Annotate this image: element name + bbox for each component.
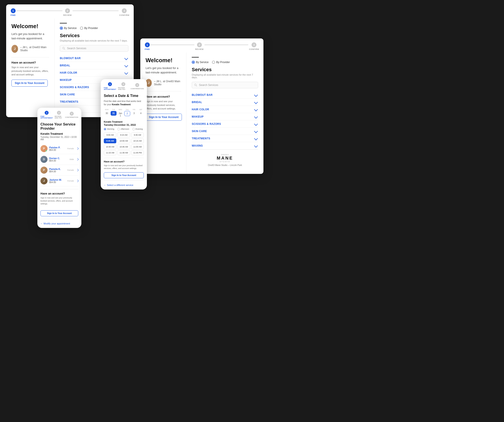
welcome-subtitle-r: Let's get you booked for a last-minute a… xyxy=(146,66,181,75)
time-slot[interactable]: 11:15 AM xyxy=(104,150,116,155)
cal-day-label: SAT xyxy=(138,109,144,110)
calendar-day[interactable]: FRI 3 xyxy=(131,109,137,118)
time-slot[interactable]: 9:45 AM xyxy=(104,138,116,143)
logo-location-r: One83 Mane Studio – Lincoln Park xyxy=(192,164,258,166)
service-row[interactable]: SKIN CARE xyxy=(192,128,258,135)
sign-in-button-dt[interactable]: Sign In to Your Account xyxy=(104,172,144,178)
cal-day-num: Jan 1 xyxy=(117,111,123,118)
filter-morning[interactable]: Morning xyxy=(104,128,114,130)
time-slot[interactable]: 9:00 AM xyxy=(104,132,116,137)
service-name: SCISSORS & RAZORS xyxy=(192,122,221,125)
time-slot[interactable]: 10:30 AM xyxy=(104,144,116,149)
cal-day-label: THU xyxy=(124,109,130,110)
search-box-r[interactable]: Search Services xyxy=(192,82,258,88)
time-slot[interactable]: 11:00 AM xyxy=(131,144,144,149)
service-name: BRIDAL xyxy=(192,101,202,104)
user-name-r: – Jill L. at One83 Main Studio xyxy=(154,80,181,86)
filter-evening[interactable]: Evening xyxy=(132,128,143,130)
step-review-dt: 2 Review and Pay xyxy=(118,82,129,90)
sign-in-button-r[interactable]: Sign In to Your Account xyxy=(146,114,182,121)
time-slot[interactable]: 9:30 AM xyxy=(131,132,144,137)
provider-row[interactable]: P Paislee P. $54.00 Female xyxy=(41,143,78,154)
service-row[interactable]: BLOWOUT BAR xyxy=(60,55,128,62)
radio-dot-provider xyxy=(80,27,83,30)
sign-in-button[interactable]: Sign In to Your Account xyxy=(12,80,48,87)
provider-gender: Female xyxy=(67,180,74,182)
chevron-icon xyxy=(254,130,258,133)
search-icon-r xyxy=(194,83,197,87)
left-welcome-panel: Welcome! Let's get you booked for a last… xyxy=(6,18,54,117)
filter-afternoon[interactable]: Afternoon xyxy=(117,128,129,130)
calendar-day[interactable]: SAT 4 xyxy=(138,109,144,118)
cal-day-num: 31 xyxy=(111,111,117,116)
service-row[interactable]: SCISSORS & RAZORS xyxy=(192,120,258,128)
filter-dot-evening xyxy=(132,128,135,130)
services-subtitle: Displaying all available last-minute ser… xyxy=(60,39,128,42)
step-circle-2: 2 xyxy=(65,8,70,13)
provider-chevron-icon xyxy=(76,169,78,172)
service-row[interactable]: BLOWOUT BAR xyxy=(192,91,258,99)
radio-dot-service-r xyxy=(192,61,195,64)
service-row[interactable]: MAKEUP xyxy=(192,113,258,120)
radio-dot-provider-r xyxy=(212,61,215,64)
service-row[interactable]: WAXING xyxy=(192,142,258,149)
service-row[interactable]: HAIR COLOR xyxy=(60,69,128,77)
cal-day-num: 30 xyxy=(104,111,110,116)
step-label-confirm-dt: Confirmation xyxy=(131,88,144,89)
user-info-row: J – Jill L. at One83 Main Studio xyxy=(12,45,49,53)
provider-row[interactable]: J Jaslynn W. $54.00 Female xyxy=(41,176,78,186)
radio-row: By Service By Provider xyxy=(60,27,128,30)
svg-line-3 xyxy=(196,85,197,86)
have-account-sub-r: Sign in now and see your previously book… xyxy=(146,100,181,111)
calendar-day[interactable]: WED Jan 1 xyxy=(117,109,123,118)
logo-footer-r: ONE83 MANE STUDIO One83 Mane Studio – Li… xyxy=(192,149,258,169)
filter-label-afternoon: Afternoon xyxy=(121,128,129,130)
calendar-day[interactable]: MON 30 xyxy=(104,109,110,118)
service-name: SKIN CARE xyxy=(192,130,207,133)
card-mobile-provider: 1 Find Appointment 2 Review and Pay 3 Co… xyxy=(37,108,81,228)
time-slot[interactable]: 10:45 AM xyxy=(117,144,130,149)
service-row[interactable]: BRIDAL xyxy=(60,62,128,69)
step-find: 1 FIND xyxy=(11,8,16,16)
step-circle-1dt: 1 xyxy=(108,82,112,86)
time-slot[interactable]: 11:30 AM xyxy=(117,150,130,155)
search-placeholder-r: Search Services xyxy=(199,83,218,87)
service-row[interactable]: HAIR COLOR xyxy=(192,106,258,113)
card-datetime: 1 Find Appointment 2 Review and Pay 3 Co… xyxy=(101,79,147,190)
back-link-mobile[interactable]: ← Modify your appointment xyxy=(41,222,78,225)
filter-dot-afternoon xyxy=(117,128,120,130)
radio-by-provider[interactable]: By Provider xyxy=(80,27,98,30)
radio-by-provider-r[interactable]: By Provider xyxy=(212,61,230,64)
step-circle-1r: 1 xyxy=(145,42,150,47)
radio-by-service[interactable]: By Service xyxy=(60,27,77,30)
back-link-dt[interactable]: ← Select a different service xyxy=(104,184,144,186)
sign-in-button-m[interactable]: Sign In to Your Account xyxy=(41,210,78,216)
service-row[interactable]: BRIDAL xyxy=(192,99,258,106)
card-right: 1 FIND 2 REVIEW 3 CONFIRM Welcome! Let's… xyxy=(140,38,264,174)
provider-chevron-icon xyxy=(76,148,78,150)
divider-mobile-2 xyxy=(41,219,78,219)
cal-day-label: WED xyxy=(117,109,123,110)
steps-bar-dt: 1 Find Appointment 2 Review and Pay 3 Co… xyxy=(101,79,147,91)
divider-1 xyxy=(12,57,49,57)
service-row[interactable]: TREATMENTS xyxy=(192,135,258,142)
search-box[interactable]: Search Services xyxy=(60,45,128,52)
provider-row[interactable]: P Pamela K. $54.00 Female xyxy=(41,165,78,176)
step-label-find-m: Find Appointment xyxy=(41,116,53,119)
provider-row[interactable]: D Dorian C. $54.00 Male xyxy=(41,154,78,165)
datetime-title: Select a Date & Time xyxy=(104,94,144,98)
time-slot[interactable]: 11:45 PM xyxy=(131,150,144,155)
have-account-title-r: Have an account? xyxy=(146,95,181,98)
service-name: BLOWOUT BAR xyxy=(192,93,213,96)
time-slot[interactable]: 10:15 AM xyxy=(131,138,144,143)
time-slot[interactable]: 9:15 AM xyxy=(117,132,130,137)
service-name: HAIR COLOR xyxy=(192,108,209,111)
provider-avatar: P xyxy=(41,145,48,152)
radio-by-service-r[interactable]: By Service xyxy=(192,61,209,64)
time-slot[interactable]: 10:00 AM xyxy=(117,138,130,143)
have-account-title: Have an account? xyxy=(12,61,49,64)
step-find-m: 1 Find Appointment xyxy=(41,111,53,119)
calendar-day[interactable]: TUE 31 xyxy=(111,109,117,118)
radio-service-label: By Service xyxy=(64,27,77,30)
calendar-day[interactable]: THU 2 xyxy=(124,109,130,118)
